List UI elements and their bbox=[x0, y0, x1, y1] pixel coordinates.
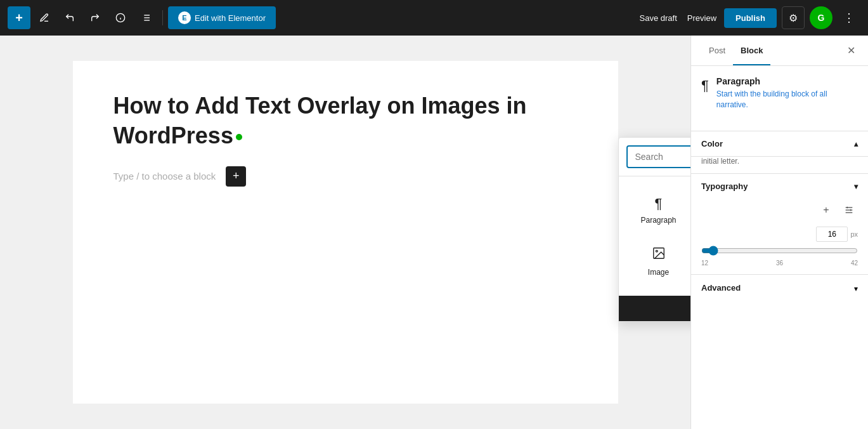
color-section: Color bbox=[691, 131, 868, 156]
blocks-grid: ¶ Paragraph H Heading bbox=[619, 176, 691, 296]
block-item-paragraph[interactable]: ¶ Paragraph bbox=[626, 187, 691, 235]
drop-cap-text: initial letter. bbox=[701, 157, 739, 166]
search-wrap: 🔍 bbox=[626, 145, 691, 168]
user-avatar-button[interactable]: G bbox=[810, 6, 832, 29]
toolbar-separator bbox=[162, 10, 163, 25]
gear-icon: ⚙ bbox=[789, 12, 798, 24]
editor-area: How to Add Text Overlay on Images in Wor… bbox=[0, 36, 690, 429]
list-view-button[interactable] bbox=[134, 6, 157, 29]
tab-block[interactable]: Block bbox=[733, 36, 770, 65]
typography-section-header[interactable]: Typography bbox=[691, 174, 868, 199]
typography-label: Typography bbox=[701, 182, 748, 191]
save-draft-button[interactable]: Save draft bbox=[637, 8, 680, 28]
elementor-logo: E bbox=[178, 11, 191, 24]
font-size-area: px 12 36 42 bbox=[691, 224, 868, 274]
drop-cap-section: initial letter. bbox=[691, 156, 868, 173]
main-layout: How to Add Text Overlay on Images in Wor… bbox=[0, 36, 868, 429]
advanced-label: Advanced bbox=[701, 283, 741, 293]
add-block-button[interactable]: + bbox=[8, 6, 30, 29]
block-info-text: Paragraph Start with the building block … bbox=[716, 76, 858, 110]
typography-chevron-icon bbox=[854, 182, 858, 191]
block-item-image[interactable]: Image bbox=[626, 237, 691, 286]
block-search-input[interactable] bbox=[628, 147, 691, 167]
paragraph-block-label: Paragraph bbox=[640, 216, 676, 225]
publish-button[interactable]: Publish bbox=[724, 8, 777, 28]
paragraph-block-icon: ¶ bbox=[655, 195, 663, 212]
sidebar-tabs: Post Block ✕ bbox=[691, 36, 868, 66]
font-size-input[interactable] bbox=[816, 227, 848, 242]
svg-point-13 bbox=[656, 250, 657, 252]
settings-button[interactable]: ⚙ bbox=[782, 6, 805, 29]
block-panel: ¶ Paragraph Start with the building bloc… bbox=[691, 66, 868, 131]
typography-settings-button[interactable] bbox=[840, 201, 858, 219]
more-options-button[interactable]: ⋮ bbox=[838, 6, 860, 29]
tab-post[interactable]: Post bbox=[701, 36, 733, 65]
block-placeholder[interactable]: Type / to choose a block + bbox=[113, 166, 578, 187]
block-name: Paragraph bbox=[716, 76, 858, 86]
main-toolbar: + E Edit with Elementor Save draft Previ… bbox=[0, 0, 868, 36]
elementor-button[interactable]: E Edit with Elementor bbox=[168, 6, 276, 29]
font-size-unit: px bbox=[850, 230, 858, 238]
typography-section: Typography bbox=[691, 173, 868, 199]
add-typography-button[interactable]: + bbox=[817, 201, 835, 219]
add-block-inline-button[interactable]: + bbox=[226, 166, 246, 187]
advanced-chevron-icon bbox=[854, 282, 858, 294]
autosave-dot bbox=[236, 134, 242, 140]
color-chevron-icon bbox=[854, 139, 858, 148]
block-info: ¶ Paragraph Start with the building bloc… bbox=[701, 76, 858, 110]
block-inserter-popup: 🔍 ¶ Paragraph H Heading bbox=[618, 137, 691, 322]
sidebar-close-button[interactable]: ✕ bbox=[845, 42, 858, 59]
sidebar-controls-row: + bbox=[691, 199, 868, 224]
font-size-slider[interactable] bbox=[701, 246, 858, 256]
toolbar-left: + E Edit with Elementor bbox=[8, 6, 635, 29]
redo-button[interactable] bbox=[84, 6, 107, 29]
block-description: Start with the building block of all nar… bbox=[716, 89, 858, 110]
undo-button[interactable] bbox=[58, 6, 81, 29]
color-section-header[interactable]: Color bbox=[691, 131, 868, 156]
advanced-section[interactable]: Advanced bbox=[691, 274, 868, 301]
image-block-icon bbox=[652, 246, 666, 264]
paragraph-icon: ¶ bbox=[701, 77, 709, 94]
drop-cap-content: initial letter. bbox=[691, 157, 868, 173]
image-block-label: Image bbox=[648, 268, 669, 277]
info-button[interactable] bbox=[109, 6, 132, 29]
slider-labels: 12 36 42 bbox=[701, 260, 858, 267]
preview-button[interactable]: Preview bbox=[685, 8, 719, 28]
right-sidebar: Post Block ✕ ¶ Paragraph Start with the … bbox=[690, 36, 868, 429]
editor-content: How to Add Text Overlay on Images in Wor… bbox=[73, 61, 618, 404]
browse-all-button[interactable]: Browse all bbox=[619, 296, 691, 321]
inserter-search-row: 🔍 bbox=[619, 138, 691, 176]
toolbar-right: Save draft Preview Publish ⚙ G ⋮ bbox=[637, 6, 860, 29]
tools-button[interactable] bbox=[33, 6, 56, 29]
post-title[interactable]: How to Add Text Overlay on Images in Wor… bbox=[113, 91, 578, 151]
